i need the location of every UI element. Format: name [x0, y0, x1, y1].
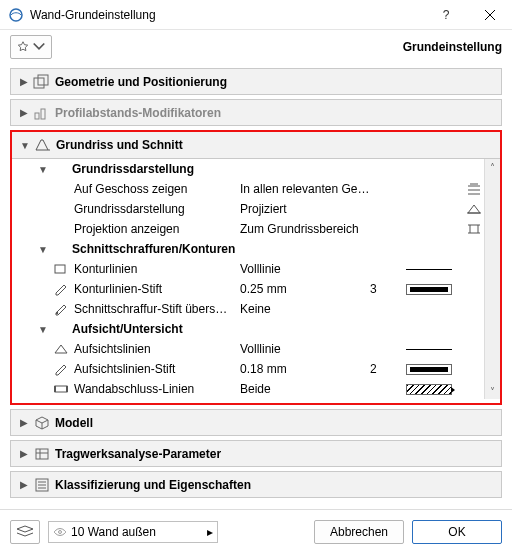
- property-value[interactable]: Volllinie: [240, 342, 370, 356]
- chevron-down-icon: ▼: [36, 164, 50, 175]
- chevron-down-icon: ▼: [18, 140, 32, 151]
- property-value[interactable]: Projiziert: [240, 202, 370, 216]
- row-uncut-line-pen[interactable]: Aufsichtslinien-Stift 0.18 mm 2: [12, 359, 484, 379]
- property-value[interactable]: 0.18 mm: [240, 362, 370, 376]
- svg-point-6: [56, 312, 58, 314]
- property-value[interactable]: Keine: [240, 302, 370, 316]
- row-override-fill-pen[interactable]: Schnittschraffur-Stift übers… Keine: [12, 299, 484, 319]
- ok-button[interactable]: OK: [412, 520, 502, 544]
- property-label: Projektion anzeigen: [72, 222, 240, 236]
- ok-label: OK: [448, 525, 465, 539]
- layer-selector[interactable]: 10 Wand außen ▸: [48, 521, 218, 543]
- pen-icon: [50, 362, 72, 376]
- property-value[interactable]: Beide: [240, 382, 370, 396]
- plan-panel: ▼ Grundrissdarstellung Auf Geschoss zeig…: [12, 159, 500, 399]
- svg-point-0: [10, 9, 22, 21]
- property-label: Schnittschraffur-Stift übers…: [72, 302, 240, 316]
- stories-icon[interactable]: [464, 182, 484, 196]
- profile-icon: [31, 105, 53, 121]
- svg-rect-7: [55, 386, 67, 392]
- property-value[interactable]: Volllinie: [240, 262, 370, 276]
- property-label: Wandabschluss-Linien: [72, 382, 240, 396]
- property-label: Konturlinien: [72, 262, 240, 276]
- svg-rect-5: [55, 265, 65, 273]
- scroll-down-icon[interactable]: ˅: [485, 383, 500, 399]
- pen-icon: [50, 282, 72, 296]
- scroll-up-icon[interactable]: ˄: [485, 159, 500, 175]
- dialog-body: ▶ Geometrie und Positionierung ▶ Profila…: [0, 68, 512, 498]
- fill-pen-icon: [50, 302, 72, 316]
- property-label: Auf Geschoss zeigen: [72, 182, 240, 196]
- section-label: Klassifizierung und Eigenschaften: [55, 478, 251, 492]
- section-label: Profilabstands-Modifikatoren: [55, 106, 221, 120]
- pen-preview[interactable]: [406, 364, 460, 375]
- group-floorplan-display[interactable]: ▼ Grundrissdarstellung: [12, 159, 484, 179]
- row-uncut-lines[interactable]: Aufsichtslinien Volllinie: [12, 339, 484, 359]
- scrollbar[interactable]: ˄ ˅: [484, 159, 500, 399]
- close-button[interactable]: [468, 0, 512, 30]
- group-outlines[interactable]: ▼ Aufsicht/Untersicht: [12, 319, 484, 339]
- property-label: Konturlinien-Stift: [72, 282, 240, 296]
- highlighted-area: ▼ Grundriss und Schnitt ▼ Grundrissdarst…: [10, 130, 502, 405]
- layer-name: 10 Wand außen: [71, 525, 156, 539]
- pen-number[interactable]: 3: [370, 282, 406, 296]
- svg-point-10: [59, 530, 62, 533]
- row-show-on-story[interactable]: Auf Geschoss zeigen In allen relevanten …: [12, 179, 484, 199]
- section-profile[interactable]: ▶ Profilabstands-Modifikatoren: [10, 99, 502, 126]
- property-label: Aufsichtslinien-Stift: [72, 362, 240, 376]
- svg-rect-8: [36, 449, 48, 459]
- hatch-preview[interactable]: [406, 384, 460, 395]
- row-cut-lines[interactable]: Konturlinien Volllinie: [12, 259, 484, 279]
- wall-end-icon: [50, 382, 72, 396]
- property-value[interactable]: Zum Grundrissbereich: [240, 222, 370, 236]
- projection-icon[interactable]: [464, 202, 484, 216]
- section-plan[interactable]: ▼ Grundriss und Schnitt: [12, 132, 500, 159]
- cancel-button[interactable]: Abbrechen: [314, 520, 404, 544]
- cut-lines-icon: [50, 262, 72, 276]
- section-geometry[interactable]: ▶ Geometrie und Positionierung: [10, 68, 502, 95]
- structural-icon: [31, 446, 53, 462]
- geometry-icon: [31, 74, 53, 90]
- chevron-right-icon: ▸: [207, 525, 213, 539]
- chevron-down-icon: ▼: [36, 244, 50, 255]
- cancel-label: Abbrechen: [330, 525, 388, 539]
- svg-rect-2: [38, 75, 48, 85]
- group-label: Schnittschraffuren/Konturen: [72, 242, 240, 256]
- app-icon: [8, 7, 30, 23]
- svg-rect-1: [34, 78, 44, 88]
- line-preview[interactable]: [406, 349, 460, 350]
- svg-rect-4: [41, 109, 45, 119]
- row-show-projection[interactable]: Projektion anzeigen Zum Grundrissbereich: [12, 219, 484, 239]
- section-classification[interactable]: ▶ Klassifizierung und Eigenschaften: [10, 471, 502, 498]
- row-floorplan-display[interactable]: Grundrissdarstellung Projiziert: [12, 199, 484, 219]
- favorites-button[interactable]: [10, 35, 52, 59]
- group-label: Aufsicht/Untersicht: [72, 322, 240, 336]
- group-cut-surfaces[interactable]: ▼ Schnittschraffuren/Konturen: [12, 239, 484, 259]
- section-model[interactable]: ▶ Modell: [10, 409, 502, 436]
- section-structural[interactable]: ▶ Tragwerksanalyse-Parameter: [10, 440, 502, 467]
- window-title: Wand-Grundeinstellung: [30, 8, 424, 22]
- chevron-right-icon: ▶: [17, 107, 31, 118]
- layer-button[interactable]: [10, 520, 40, 544]
- row-cut-line-pen[interactable]: Konturlinien-Stift 0.25 mm 3: [12, 279, 484, 299]
- pen-preview[interactable]: [406, 284, 460, 295]
- row-wall-end-lines[interactable]: Wandabschluss-Linien Beide: [12, 379, 484, 399]
- property-label: Grundrissdarstellung: [72, 202, 240, 216]
- chevron-right-icon: ▶: [17, 76, 31, 87]
- chevron-right-icon: ▶: [17, 448, 31, 459]
- group-label: Grundrissdarstellung: [72, 162, 240, 176]
- footer: 10 Wand außen ▸ Abbrechen OK: [0, 509, 512, 553]
- classification-icon: [31, 477, 53, 493]
- property-value[interactable]: 0.25 mm: [240, 282, 370, 296]
- uncut-lines-icon: [50, 342, 72, 356]
- range-icon[interactable]: [464, 222, 484, 236]
- property-label: Aufsichtslinien: [72, 342, 240, 356]
- property-value[interactable]: In allen relevanten Ge…: [240, 182, 370, 196]
- chevron-down-icon: ▼: [36, 324, 50, 335]
- subtitle: Grundeinstellung: [403, 40, 502, 54]
- line-preview[interactable]: [406, 269, 460, 270]
- pen-number[interactable]: 2: [370, 362, 406, 376]
- chevron-right-icon: ▶: [17, 417, 31, 428]
- help-button[interactable]: ?: [424, 0, 468, 30]
- chevron-right-icon: ▶: [17, 479, 31, 490]
